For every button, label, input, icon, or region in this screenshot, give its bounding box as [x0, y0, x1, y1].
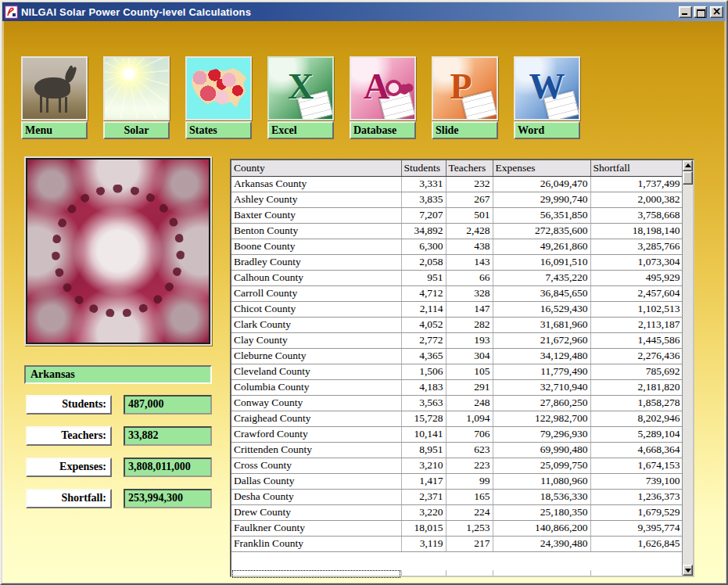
- table-row[interactable]: Craighead County15,7281,094122,982,7008,…: [231, 411, 683, 426]
- table-row[interactable]: Arkansas County3,33123226,049,4701,737,4…: [231, 176, 683, 192]
- table-row[interactable]: Crawford County10,14170679,296,9305,289,…: [231, 426, 683, 442]
- value-cell[interactable]: 3,835: [401, 192, 446, 207]
- county-cell[interactable]: Crawford County: [231, 426, 401, 442]
- county-cell[interactable]: Crittenden County: [231, 442, 401, 458]
- value-cell[interactable]: 99: [446, 473, 493, 489]
- value-cell[interactable]: 1,417: [401, 473, 446, 489]
- table-row[interactable]: Clay County2,77219321,672,9601,445,586: [231, 332, 683, 348]
- scrollbar-thumb[interactable]: [683, 171, 693, 185]
- value-cell[interactable]: 11,779,490: [493, 364, 590, 379]
- value-cell[interactable]: 143: [446, 254, 493, 270]
- value-cell[interactable]: 140,866,200: [493, 520, 590, 536]
- value-cell[interactable]: 3,331: [401, 176, 446, 192]
- value-cell[interactable]: 18,015: [401, 520, 446, 536]
- field-value-shortfall[interactable]: 253,994,300: [124, 489, 212, 508]
- table-row[interactable]: Dallas County1,4179911,080,960739,100: [231, 473, 683, 489]
- toolbar-button-menu[interactable]: Menu: [21, 56, 88, 139]
- column-header-teachers[interactable]: Teachers: [446, 160, 493, 176]
- value-cell[interactable]: 272,835,600: [493, 223, 590, 239]
- county-cell[interactable]: Bradley County: [231, 254, 401, 270]
- value-cell[interactable]: 15,728: [401, 411, 446, 426]
- value-cell[interactable]: 8,202,946: [590, 411, 683, 426]
- close-button[interactable]: [710, 6, 723, 18]
- value-cell[interactable]: 29,990,740: [493, 192, 590, 207]
- value-cell[interactable]: 34,892: [401, 223, 446, 239]
- value-cell[interactable]: 7,435,220: [493, 270, 590, 285]
- value-cell[interactable]: 193: [446, 332, 493, 348]
- value-cell[interactable]: 36,845,650: [493, 285, 590, 301]
- toolbar-button-slide[interactable]: P Slide: [432, 56, 498, 139]
- value-cell[interactable]: 1,626,845: [590, 536, 683, 551]
- value-cell[interactable]: 79,296,930: [493, 426, 590, 442]
- value-cell[interactable]: 2,371: [401, 489, 446, 504]
- value-cell[interactable]: 8,951: [401, 442, 446, 458]
- county-cell[interactable]: Franklin County: [231, 536, 401, 551]
- table-row[interactable]: Drew County3,22022425,180,3501,679,529: [231, 504, 683, 520]
- value-cell[interactable]: 739,100: [590, 473, 683, 489]
- county-cell[interactable]: Ashley County: [231, 192, 401, 207]
- value-cell[interactable]: 304: [446, 348, 493, 364]
- toolbar-button-database[interactable]: A Database: [350, 56, 416, 139]
- county-cell[interactable]: Clark County: [231, 317, 401, 332]
- county-cell[interactable]: Calhoun County: [231, 270, 401, 285]
- county-cell[interactable]: Boone County: [231, 239, 401, 254]
- county-cell[interactable]: Baxter County: [231, 207, 401, 223]
- county-cell[interactable]: Cleveland County: [231, 364, 401, 379]
- value-cell[interactable]: 223: [446, 458, 493, 473]
- county-cell[interactable]: Carroll County: [231, 285, 401, 301]
- value-cell[interactable]: 495,929: [590, 270, 683, 285]
- value-cell[interactable]: 7,207: [401, 207, 446, 223]
- value-cell[interactable]: 1,073,304: [590, 254, 683, 270]
- toolbar-button-word[interactable]: W Word: [514, 56, 580, 139]
- value-cell[interactable]: 3,285,766: [590, 239, 683, 254]
- value-cell[interactable]: 2,114: [401, 301, 446, 317]
- value-cell[interactable]: 785,692: [590, 364, 683, 379]
- value-cell[interactable]: 1,253: [446, 520, 493, 536]
- value-cell[interactable]: 25,099,750: [493, 458, 590, 473]
- value-cell[interactable]: 248: [446, 395, 493, 411]
- column-header-expenses[interactable]: Expenses: [493, 160, 590, 176]
- value-cell[interactable]: 438: [446, 239, 493, 254]
- table-row[interactable]: Chicot County2,11414716,529,4301,102,513: [231, 301, 683, 317]
- county-cell[interactable]: Faulkner County: [231, 520, 401, 536]
- table-row[interactable]: Calhoun County951667,435,220495,929: [231, 270, 683, 285]
- county-cell[interactable]: Cross County: [231, 458, 401, 473]
- value-cell[interactable]: 2,181,820: [590, 379, 683, 395]
- value-cell[interactable]: 328: [446, 285, 493, 301]
- value-cell[interactable]: 1,679,529: [590, 504, 683, 520]
- scroll-up-button[interactable]: [683, 160, 693, 171]
- value-cell[interactable]: 4,365: [401, 348, 446, 364]
- title-bar[interactable]: NILGAI Solar Power County-level Calculat…: [2, 2, 726, 21]
- value-cell[interactable]: 623: [446, 442, 493, 458]
- value-cell[interactable]: 1,236,373: [590, 489, 683, 504]
- table-row[interactable]: Baxter County7,20750156,351,8503,758,668: [231, 207, 683, 223]
- value-cell[interactable]: 165: [446, 489, 493, 504]
- scroll-down-button[interactable]: [683, 565, 693, 576]
- value-cell[interactable]: 217: [446, 536, 493, 551]
- value-cell[interactable]: 4,052: [401, 317, 446, 332]
- value-cell[interactable]: 24,390,480: [493, 536, 590, 551]
- value-cell[interactable]: 3,563: [401, 395, 446, 411]
- focused-cell-marker[interactable]: [232, 570, 400, 578]
- value-cell[interactable]: 25,180,350: [493, 504, 590, 520]
- county-cell[interactable]: Drew County: [231, 504, 401, 520]
- table-row[interactable]: Faulkner County18,0151,253140,866,2009,3…: [231, 520, 683, 536]
- table-row[interactable]: Carroll County4,71232836,845,6502,457,60…: [231, 285, 683, 301]
- value-cell[interactable]: 267: [446, 192, 493, 207]
- table-row[interactable]: Clark County4,05228231,681,9602,113,187: [231, 317, 683, 332]
- toolbar-button-excel[interactable]: X Excel: [267, 56, 334, 139]
- toolbar-button-states[interactable]: States: [185, 56, 252, 139]
- value-cell[interactable]: 6,300: [401, 239, 446, 254]
- table-row[interactable]: Benton County34,8922,428272,835,60018,19…: [231, 223, 683, 239]
- value-cell[interactable]: 1,858,278: [590, 395, 683, 411]
- value-cell[interactable]: 5,289,104: [590, 426, 683, 442]
- value-cell[interactable]: 3,758,668: [590, 207, 683, 223]
- county-cell[interactable]: Cleburne County: [231, 348, 401, 364]
- value-cell[interactable]: 291: [446, 379, 493, 395]
- value-cell[interactable]: 951: [401, 270, 446, 285]
- value-cell[interactable]: 11,080,960: [493, 473, 590, 489]
- value-cell[interactable]: 282: [446, 317, 493, 332]
- toolbar-button-solar[interactable]: Solar: [103, 56, 170, 139]
- column-header-county[interactable]: County: [231, 160, 401, 176]
- field-value-expenses[interactable]: 3,808,011,000: [124, 458, 212, 477]
